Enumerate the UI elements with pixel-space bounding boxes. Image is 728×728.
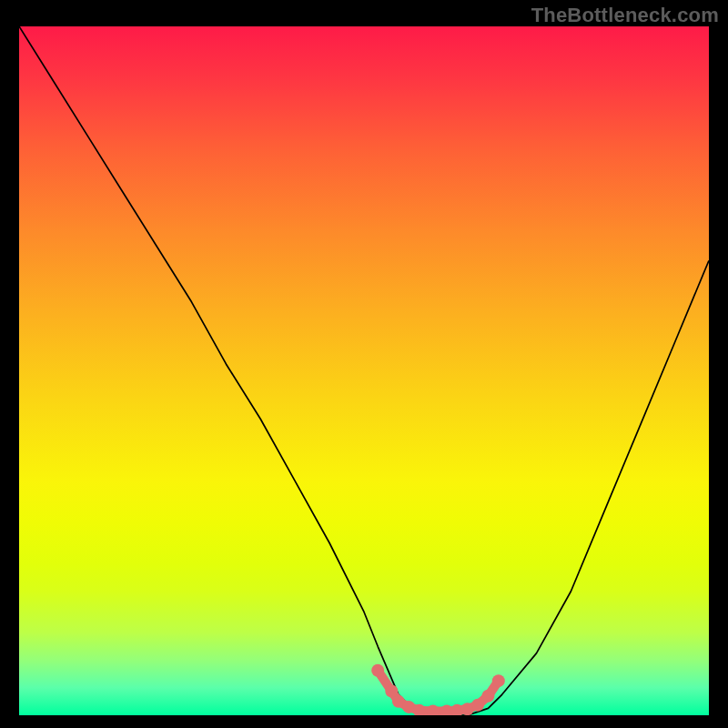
plot-background-gradient <box>19 26 709 715</box>
watermark-text: TheBottleneck.com <box>531 4 719 27</box>
chart-frame: TheBottleneck.com <box>0 0 728 728</box>
